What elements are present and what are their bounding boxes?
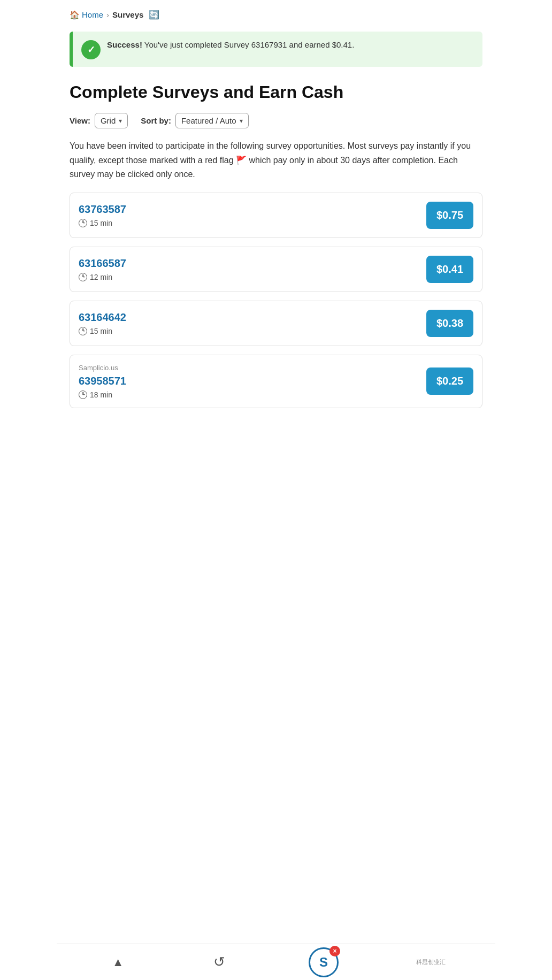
survey-provider: Samplicio.us bbox=[79, 364, 126, 372]
view-control: View: Grid ▾ bbox=[70, 113, 128, 128]
survey-earn-button[interactable]: $0.75 bbox=[426, 202, 473, 229]
view-value: Grid bbox=[101, 116, 116, 125]
page-title: Complete Surveys and Earn Cash bbox=[57, 78, 495, 111]
banner-rest: You've just completed Survey 63167931 an… bbox=[142, 40, 355, 49]
banner-bold: Success! bbox=[107, 40, 142, 49]
banner-text: Success! You've just completed Survey 63… bbox=[107, 39, 354, 51]
sort-select[interactable]: Featured / Auto ▾ bbox=[175, 113, 249, 128]
survey-list: 6376358715 min$0.756316658712 min$0.4163… bbox=[57, 193, 495, 408]
home-icon: 🏠 bbox=[70, 10, 80, 20]
survey-duration: 18 min bbox=[90, 391, 112, 399]
sort-control: Sort by: Featured / Auto ▾ bbox=[141, 113, 248, 128]
success-banner: Success! You've just completed Survey 63… bbox=[70, 32, 482, 67]
survey-time: 18 min bbox=[79, 391, 126, 399]
survey-earn-button[interactable]: $0.41 bbox=[426, 256, 473, 283]
breadcrumb: 🏠 Home › Surveys 🔄 bbox=[57, 0, 495, 25]
survey-duration: 12 min bbox=[90, 273, 112, 281]
clock-icon bbox=[79, 273, 87, 281]
survey-card[interactable]: 6376358715 min$0.75 bbox=[70, 193, 482, 238]
breadcrumb-current: Surveys bbox=[112, 10, 143, 19]
survey-id: 63164642 bbox=[79, 311, 126, 324]
survey-id: 63166587 bbox=[79, 257, 126, 270]
survey-time: 15 min bbox=[79, 219, 126, 227]
sort-label: Sort by: bbox=[141, 116, 171, 125]
breadcrumb-refresh-icon[interactable]: 🔄 bbox=[149, 10, 159, 20]
breadcrumb-home[interactable]: Home bbox=[82, 10, 103, 19]
survey-info: Samplicio.us6395857118 min bbox=[79, 364, 126, 399]
survey-id: 63958571 bbox=[79, 375, 126, 387]
survey-info: 6316658712 min bbox=[79, 257, 126, 281]
survey-card[interactable]: 6316658712 min$0.41 bbox=[70, 247, 482, 292]
clock-icon bbox=[79, 219, 87, 227]
breadcrumb-separator: › bbox=[106, 10, 109, 19]
controls-bar: View: Grid ▾ Sort by: Featured / Auto ▾ bbox=[57, 111, 495, 137]
view-chevron-icon: ▾ bbox=[119, 117, 122, 125]
survey-info: 6316464215 min bbox=[79, 311, 126, 335]
clock-icon bbox=[79, 327, 87, 335]
sort-value: Featured / Auto bbox=[181, 116, 236, 125]
survey-time: 12 min bbox=[79, 273, 126, 281]
survey-duration: 15 min bbox=[90, 219, 112, 227]
survey-earn-button[interactable]: $0.25 bbox=[426, 368, 473, 395]
survey-earn-button[interactable]: $0.38 bbox=[426, 310, 473, 337]
survey-id: 63763587 bbox=[79, 203, 126, 216]
view-select[interactable]: Grid ▾ bbox=[95, 113, 128, 128]
survey-info: 6376358715 min bbox=[79, 203, 126, 227]
survey-card[interactable]: 6316464215 min$0.38 bbox=[70, 301, 482, 346]
success-icon bbox=[81, 40, 101, 59]
survey-card[interactable]: Samplicio.us6395857118 min$0.25 bbox=[70, 355, 482, 408]
sort-chevron-icon: ▾ bbox=[240, 117, 243, 125]
page-description: You have been invited to participate in … bbox=[57, 137, 495, 192]
clock-icon bbox=[79, 391, 87, 399]
survey-duration: 15 min bbox=[90, 327, 112, 335]
survey-time: 15 min bbox=[79, 327, 126, 335]
view-label: View: bbox=[70, 116, 90, 125]
